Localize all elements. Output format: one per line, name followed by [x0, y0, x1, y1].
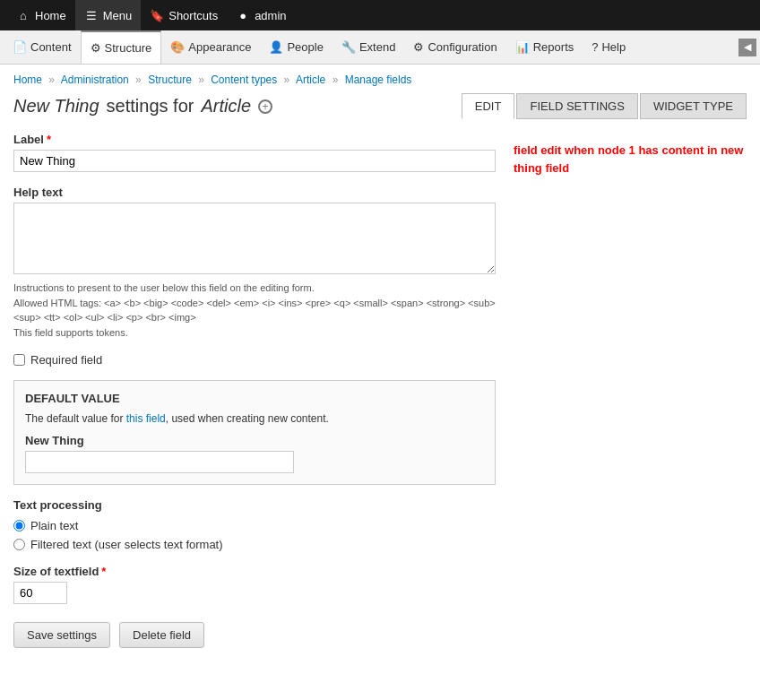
- help-text-description: Instructions to present to the user belo…: [13, 281, 496, 340]
- menu-icon: ☰: [84, 8, 99, 22]
- breadcrumb-sep-0: »: [48, 73, 55, 86]
- breadcrumb-manage-fields[interactable]: Manage fields: [345, 73, 412, 86]
- default-value-desc: The default value for this field, used w…: [25, 412, 484, 425]
- form-layout: Label* Help text Instructions to present…: [13, 133, 747, 648]
- label-field-group: Label*: [13, 133, 496, 172]
- nav-configuration[interactable]: ⚙ Configuration: [404, 30, 505, 64]
- top-nav-menu-label: Menu: [103, 9, 133, 22]
- save-settings-button[interactable]: Save settings: [13, 622, 110, 648]
- breadcrumb-article[interactable]: Article: [296, 73, 325, 86]
- tab-field-settings[interactable]: FIELD SETTINGS: [516, 93, 637, 119]
- nav-appearance[interactable]: 🎨 Appearance: [161, 30, 260, 64]
- tab-group: EDIT FIELD SETTINGS WIDGET TYPE: [462, 93, 747, 119]
- text-processing-group: Text processing Plain text Filtered text…: [13, 498, 496, 551]
- nav-content[interactable]: 📄 Content: [4, 30, 81, 64]
- structure-icon: ⚙: [91, 41, 101, 55]
- top-nav-menu[interactable]: ☰ Menu: [75, 0, 142, 30]
- default-value-title: DEFAULT VALUE: [25, 392, 484, 405]
- nav-extend[interactable]: 🔧 Extend: [332, 30, 404, 64]
- nav-structure[interactable]: ⚙ Structure: [81, 30, 162, 64]
- label-field-label: Label*: [13, 133, 496, 146]
- tab-edit[interactable]: EDIT: [462, 93, 515, 119]
- content-area: Home » Administration » Structure » Cont…: [0, 65, 760, 657]
- page-title-entity: Article: [201, 96, 251, 117]
- help-text-field-group: Help text Instructions to present to the…: [13, 186, 496, 340]
- breadcrumb-administration[interactable]: Administration: [61, 73, 129, 86]
- required-field-row: Required field: [13, 353, 496, 367]
- default-value-input[interactable]: [25, 451, 294, 473]
- required-field-label[interactable]: Required field: [30, 353, 102, 367]
- size-input[interactable]: [13, 582, 67, 604]
- form-sidebar: field edit when node 1 has content in ne…: [514, 133, 747, 648]
- nav-help[interactable]: ? Help: [583, 30, 635, 64]
- extend-icon: 🔧: [341, 40, 356, 54]
- user-icon: ●: [236, 8, 250, 22]
- plain-text-label[interactable]: Plain text: [30, 519, 78, 532]
- label-input[interactable]: [13, 150, 496, 172]
- breadcrumb: Home » Administration » Structure » Cont…: [13, 73, 747, 86]
- form-main: Label* Help text Instructions to present…: [13, 133, 496, 648]
- sidebar-note: field edit when node 1 has content in ne…: [514, 142, 747, 177]
- text-processing-label: Text processing: [13, 498, 496, 512]
- button-row: Save settings Delete field: [13, 622, 496, 648]
- page-title-suffix: settings for: [107, 96, 194, 117]
- breadcrumb-content-types[interactable]: Content types: [211, 73, 277, 86]
- content-icon: 📄: [13, 40, 27, 54]
- page-header: New Thing settings for Article + EDIT FI…: [13, 93, 747, 119]
- top-nav-admin[interactable]: ● admin: [227, 0, 295, 30]
- top-navigation: ⌂ Home ☰ Menu 🔖 Shortcuts ● admin: [0, 0, 760, 30]
- help-icon: ?: [592, 40, 598, 54]
- required-field-checkbox[interactable]: [13, 354, 25, 366]
- main-navigation: 📄 Content ⚙ Structure 🎨 Appearance 👤 Peo…: [0, 30, 760, 65]
- page-title-prefix: New Thing: [13, 96, 99, 117]
- breadcrumb-home[interactable]: Home: [13, 73, 42, 86]
- filtered-text-label[interactable]: Filtered text (user selects text format): [30, 538, 223, 551]
- default-field-label: New Thing: [25, 434, 484, 447]
- top-nav-shortcuts-label: Shortcuts: [168, 9, 218, 22]
- top-nav-shortcuts[interactable]: 🔖 Shortcuts: [141, 0, 227, 30]
- reports-icon: 📊: [515, 40, 530, 54]
- default-value-link[interactable]: this field: [126, 412, 166, 425]
- breadcrumb-sep-1: »: [135, 73, 142, 86]
- label-required-star: *: [47, 133, 51, 146]
- help-text-label: Help text: [13, 186, 496, 199]
- breadcrumb-sep-2: »: [198, 73, 204, 86]
- tab-widget-type[interactable]: WIDGET TYPE: [640, 93, 747, 119]
- add-item-button[interactable]: +: [258, 99, 272, 114]
- nav-reports[interactable]: 📊 Reports: [506, 30, 583, 64]
- breadcrumb-sep-3: »: [284, 73, 290, 86]
- size-field-group: Size of textfield*: [13, 565, 496, 604]
- plain-text-radio[interactable]: [13, 520, 25, 531]
- nav-people[interactable]: 👤 People: [260, 30, 332, 64]
- plain-text-row: Plain text: [13, 519, 496, 532]
- filtered-text-row: Filtered text (user selects text format): [13, 538, 496, 551]
- breadcrumb-sep-4: »: [332, 73, 339, 86]
- collapse-nav-button[interactable]: ◀: [738, 39, 756, 56]
- top-nav-home[interactable]: ⌂ Home: [7, 0, 75, 30]
- help-text-input[interactable]: [13, 203, 496, 274]
- shortcuts-icon: 🔖: [150, 8, 164, 22]
- people-icon: 👤: [269, 40, 283, 54]
- appearance-icon: 🎨: [170, 40, 185, 54]
- configuration-icon: ⚙: [413, 40, 424, 54]
- size-required-star: *: [101, 565, 106, 578]
- default-value-section: DEFAULT VALUE The default value for this…: [13, 380, 496, 485]
- top-nav-admin-label: admin: [255, 9, 286, 22]
- top-nav-home-label: Home: [35, 9, 66, 22]
- page-title: New Thing settings for Article +: [13, 96, 272, 117]
- filtered-text-radio[interactable]: [13, 539, 25, 550]
- delete-field-button[interactable]: Delete field: [119, 622, 204, 648]
- breadcrumb-structure[interactable]: Structure: [148, 73, 192, 86]
- home-icon: ⌂: [16, 8, 30, 22]
- size-field-label: Size of textfield*: [13, 565, 496, 578]
